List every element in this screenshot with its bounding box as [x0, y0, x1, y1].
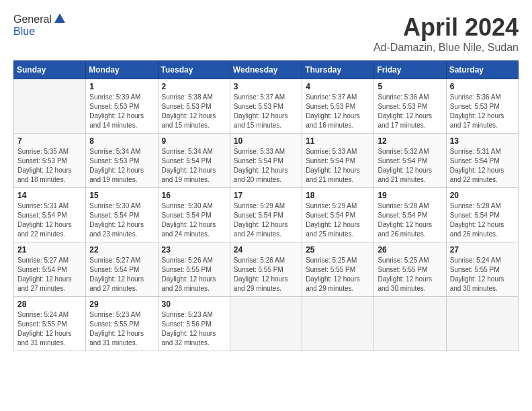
- calendar-week-row: 1Sunrise: 5:39 AMSunset: 5:53 PMDaylight…: [14, 79, 519, 134]
- calendar-cell: 29Sunrise: 5:23 AMSunset: 5:55 PMDayligh…: [86, 297, 158, 351]
- day-number: 2: [162, 82, 226, 91]
- calendar-header-wednesday: Wednesday: [230, 61, 302, 79]
- day-info: Sunrise: 5:34 AMSunset: 5:53 PMDaylight:…: [89, 147, 154, 185]
- day-number: 6: [450, 82, 515, 91]
- day-info: Sunrise: 5:30 AMSunset: 5:54 PMDaylight:…: [162, 201, 226, 239]
- calendar-header-friday: Friday: [374, 61, 446, 79]
- logo-blue: Blue: [13, 26, 66, 38]
- page-subtitle: Ad-Damazin, Blue Nile, Sudan: [373, 42, 519, 54]
- calendar-cell: 26Sunrise: 5:25 AMSunset: 5:55 PMDayligh…: [374, 242, 446, 297]
- day-info: Sunrise: 5:29 AMSunset: 5:54 PMDaylight:…: [306, 201, 370, 239]
- calendar-header-monday: Monday: [86, 61, 158, 79]
- calendar-cell: 24Sunrise: 5:26 AMSunset: 5:55 PMDayligh…: [230, 242, 302, 297]
- day-info: Sunrise: 5:31 AMSunset: 5:54 PMDaylight:…: [17, 201, 82, 239]
- day-number: 16: [162, 191, 226, 200]
- day-number: 20: [450, 191, 515, 200]
- calendar-cell: [14, 79, 86, 134]
- day-number: 12: [378, 136, 442, 146]
- calendar-header-row: SundayMondayTuesdayWednesdayThursdayFrid…: [14, 61, 519, 79]
- day-number: 5: [378, 82, 442, 91]
- calendar-cell: 5Sunrise: 5:36 AMSunset: 5:53 PMDaylight…: [374, 79, 446, 134]
- day-number: 29: [89, 300, 154, 309]
- day-number: 24: [234, 245, 298, 255]
- day-number: 7: [17, 136, 82, 146]
- day-info: Sunrise: 5:25 AMSunset: 5:55 PMDaylight:…: [378, 256, 442, 293]
- day-info: Sunrise: 5:28 AMSunset: 5:54 PMDaylight:…: [378, 201, 442, 239]
- calendar-cell: 6Sunrise: 5:36 AMSunset: 5:53 PMDaylight…: [446, 79, 518, 134]
- day-number: 13: [450, 136, 515, 146]
- day-number: 28: [17, 300, 82, 309]
- svg-marker-0: [54, 13, 65, 23]
- calendar-cell: 17Sunrise: 5:29 AMSunset: 5:54 PMDayligh…: [230, 188, 302, 242]
- calendar-week-row: 14Sunrise: 5:31 AMSunset: 5:54 PMDayligh…: [14, 188, 519, 242]
- day-number: 3: [234, 82, 298, 91]
- day-number: 17: [234, 191, 298, 200]
- day-info: Sunrise: 5:32 AMSunset: 5:54 PMDaylight:…: [378, 147, 442, 185]
- title-section: April 2024 Ad-Damazin, Blue Nile, Sudan: [373, 13, 519, 54]
- day-info: Sunrise: 5:26 AMSunset: 5:55 PMDaylight:…: [162, 256, 226, 293]
- calendar-cell: 22Sunrise: 5:27 AMSunset: 5:54 PMDayligh…: [86, 242, 158, 297]
- calendar-cell: 20Sunrise: 5:28 AMSunset: 5:54 PMDayligh…: [446, 188, 518, 242]
- day-number: 9: [162, 136, 226, 146]
- day-info: Sunrise: 5:30 AMSunset: 5:54 PMDaylight:…: [89, 201, 154, 239]
- calendar-cell: 12Sunrise: 5:32 AMSunset: 5:54 PMDayligh…: [374, 134, 446, 188]
- calendar-cell: [302, 297, 374, 351]
- page-title: April 2024: [373, 13, 519, 42]
- day-info: Sunrise: 5:24 AMSunset: 5:55 PMDaylight:…: [450, 256, 515, 293]
- calendar-cell: 25Sunrise: 5:25 AMSunset: 5:55 PMDayligh…: [302, 242, 374, 297]
- day-info: Sunrise: 5:34 AMSunset: 5:54 PMDaylight:…: [162, 147, 226, 185]
- day-number: 10: [234, 136, 298, 146]
- calendar-week-row: 7Sunrise: 5:35 AMSunset: 5:53 PMDaylight…: [14, 134, 519, 188]
- day-info: Sunrise: 5:37 AMSunset: 5:53 PMDaylight:…: [306, 93, 370, 130]
- day-number: 26: [378, 245, 442, 255]
- calendar-header-sunday: Sunday: [14, 61, 86, 79]
- calendar-cell: [446, 297, 518, 351]
- day-info: Sunrise: 5:31 AMSunset: 5:54 PMDaylight:…: [450, 147, 515, 185]
- calendar-cell: 30Sunrise: 5:23 AMSunset: 5:56 PMDayligh…: [158, 297, 230, 351]
- logo-triangle-icon: [53, 12, 66, 26]
- day-info: Sunrise: 5:33 AMSunset: 5:54 PMDaylight:…: [306, 147, 370, 185]
- day-info: Sunrise: 5:33 AMSunset: 5:54 PMDaylight:…: [234, 147, 298, 185]
- day-info: Sunrise: 5:28 AMSunset: 5:54 PMDaylight:…: [450, 201, 515, 239]
- calendar-header-saturday: Saturday: [446, 61, 518, 79]
- calendar-cell: 7Sunrise: 5:35 AMSunset: 5:53 PMDaylight…: [14, 134, 86, 188]
- day-info: Sunrise: 5:39 AMSunset: 5:53 PMDaylight:…: [89, 93, 154, 130]
- calendar-cell: 27Sunrise: 5:24 AMSunset: 5:55 PMDayligh…: [446, 242, 518, 297]
- calendar-cell: [374, 297, 446, 351]
- calendar-cell: 15Sunrise: 5:30 AMSunset: 5:54 PMDayligh…: [86, 188, 158, 242]
- day-info: Sunrise: 5:38 AMSunset: 5:53 PMDaylight:…: [162, 93, 226, 130]
- calendar-cell: 8Sunrise: 5:34 AMSunset: 5:53 PMDaylight…: [86, 134, 158, 188]
- calendar-table: SundayMondayTuesdayWednesdayThursdayFrid…: [13, 60, 519, 351]
- calendar-cell: 9Sunrise: 5:34 AMSunset: 5:54 PMDaylight…: [158, 134, 230, 188]
- calendar-cell: 1Sunrise: 5:39 AMSunset: 5:53 PMDaylight…: [86, 79, 158, 134]
- day-number: 18: [306, 191, 370, 200]
- day-info: Sunrise: 5:36 AMSunset: 5:53 PMDaylight:…: [378, 93, 442, 130]
- calendar-cell: 21Sunrise: 5:27 AMSunset: 5:54 PMDayligh…: [14, 242, 86, 297]
- day-info: Sunrise: 5:27 AMSunset: 5:54 PMDaylight:…: [17, 256, 82, 293]
- day-info: Sunrise: 5:35 AMSunset: 5:53 PMDaylight:…: [17, 147, 82, 185]
- day-info: Sunrise: 5:36 AMSunset: 5:53 PMDaylight:…: [450, 93, 515, 130]
- day-number: 25: [306, 245, 370, 255]
- calendar-cell: 13Sunrise: 5:31 AMSunset: 5:54 PMDayligh…: [446, 134, 518, 188]
- day-info: Sunrise: 5:26 AMSunset: 5:55 PMDaylight:…: [234, 256, 298, 293]
- calendar-cell: 19Sunrise: 5:28 AMSunset: 5:54 PMDayligh…: [374, 188, 446, 242]
- calendar-cell: 28Sunrise: 5:24 AMSunset: 5:55 PMDayligh…: [14, 297, 86, 351]
- day-number: 4: [306, 82, 370, 91]
- day-info: Sunrise: 5:23 AMSunset: 5:56 PMDaylight:…: [162, 310, 226, 348]
- calendar-header-tuesday: Tuesday: [158, 61, 230, 79]
- day-info: Sunrise: 5:24 AMSunset: 5:55 PMDaylight:…: [17, 310, 82, 348]
- day-number: 21: [17, 245, 82, 255]
- day-number: 22: [89, 245, 154, 255]
- day-info: Sunrise: 5:29 AMSunset: 5:54 PMDaylight:…: [234, 201, 298, 239]
- calendar-week-row: 21Sunrise: 5:27 AMSunset: 5:54 PMDayligh…: [14, 242, 519, 297]
- day-info: Sunrise: 5:23 AMSunset: 5:55 PMDaylight:…: [89, 310, 154, 348]
- calendar-cell: 2Sunrise: 5:38 AMSunset: 5:53 PMDaylight…: [158, 79, 230, 134]
- day-number: 11: [306, 136, 370, 146]
- day-number: 23: [162, 245, 226, 255]
- day-number: 14: [17, 191, 82, 200]
- calendar-week-row: 28Sunrise: 5:24 AMSunset: 5:55 PMDayligh…: [14, 297, 519, 351]
- day-number: 1: [89, 82, 154, 91]
- calendar-cell: 14Sunrise: 5:31 AMSunset: 5:54 PMDayligh…: [14, 188, 86, 242]
- day-info: Sunrise: 5:27 AMSunset: 5:54 PMDaylight:…: [89, 256, 154, 293]
- day-info: Sunrise: 5:37 AMSunset: 5:53 PMDaylight:…: [234, 93, 298, 130]
